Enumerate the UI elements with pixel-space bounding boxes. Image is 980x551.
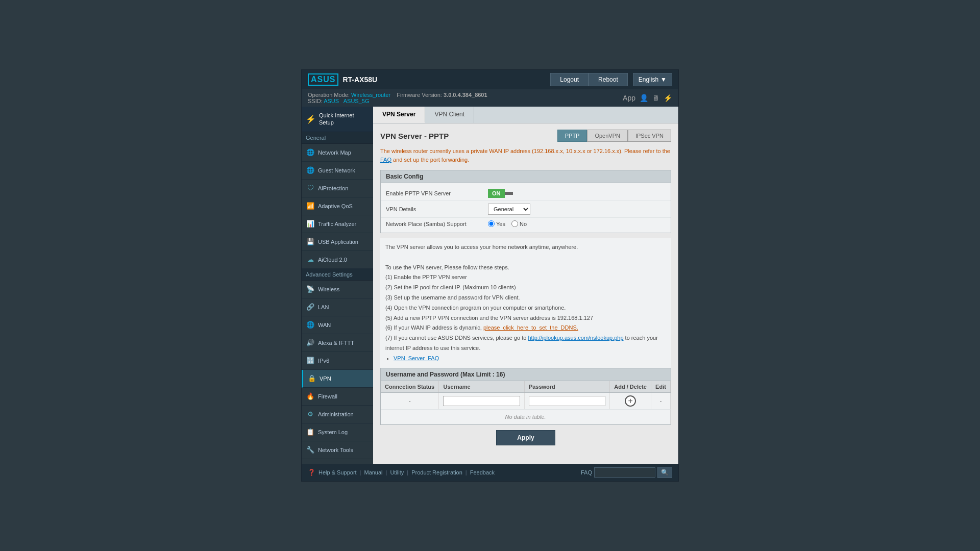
info-icons: App 👤 🖥 ⚡ <box>623 94 672 102</box>
manual-link[interactable]: Manual <box>364 469 382 475</box>
vpn-details-label: VPN Details <box>386 206 488 212</box>
instr-line-2: To use the VPN server, Please follow the… <box>385 263 666 273</box>
sidebar-item-system-log[interactable]: 📋 System Log <box>302 423 373 441</box>
reboot-button[interactable]: Reboot <box>589 73 628 86</box>
faq-link[interactable]: FAQ <box>380 157 391 163</box>
sidebar-item-label-ipv6: IPv6 <box>318 358 329 364</box>
help-icon: ❓ <box>308 469 315 476</box>
feedback-link[interactable]: Feedback <box>470 469 495 475</box>
ipv6-icon: 🔢 <box>306 356 315 365</box>
logo-area: ASUS RT-AX58U <box>308 73 545 86</box>
sidebar-item-label-vpn: VPN <box>320 375 331 382</box>
operation-mode-value[interactable]: Wireless_router <box>351 92 390 98</box>
sidebar-item-alexa[interactable]: 🔊 Alexa & IFTTT <box>302 334 373 352</box>
input-dash: - <box>381 392 439 409</box>
product-registration-link[interactable]: Product Registration <box>411 469 462 475</box>
sidebar-item-lan[interactable]: 🔗 LAN <box>302 298 373 316</box>
footer: ❓ Help & Support | Manual | Utility | Pr… <box>302 464 678 481</box>
sidebar-item-label-network-tools: Network Tools <box>318 447 353 453</box>
ssid-5g-value[interactable]: ASUS_5G <box>344 98 370 104</box>
col-username: Username <box>439 381 524 393</box>
sidebar-item-network-tools[interactable]: 🔧 Network Tools <box>302 441 373 459</box>
add-button[interactable]: + <box>625 395 636 407</box>
monitor-icon[interactable]: 🖥 <box>652 94 659 102</box>
instr-line-8: (6) If your WAN IP address is dynamic, p… <box>385 323 666 333</box>
col-edit: Edit <box>651 381 671 393</box>
app-label: App <box>623 94 635 102</box>
pptp-toggle[interactable]: ON <box>488 189 513 198</box>
ssid-value[interactable]: ASUS <box>324 98 339 104</box>
quick-setup-item[interactable]: ⚡ Quick Internet Setup <box>302 107 373 132</box>
page-title-row: VPN Server - PPTP PPTP OpenVPN IPSec VPN <box>380 130 671 142</box>
sidebar-item-network-map[interactable]: 🌐 Network Map <box>302 144 373 162</box>
col-add-delete: Add / Delete <box>610 381 651 393</box>
table-header-row: Connection Status Username Password Add … <box>381 381 671 393</box>
edit-cell: - <box>651 392 671 409</box>
language-label: English <box>639 76 658 83</box>
language-selector[interactable]: English ▼ <box>633 73 672 86</box>
vpn-details-select[interactable]: General Advanced <box>488 204 530 215</box>
sidebar-item-administration[interactable]: ⚙ Administration <box>302 406 373 423</box>
sidebar-item-aicloud[interactable]: ☁ AiCloud 2.0 <box>302 251 373 269</box>
main-layout: ⚡ Quick Internet Setup General 🌐 Network… <box>302 107 678 464</box>
sidebar-item-label-firewall: Firewall <box>318 393 337 399</box>
table-input-row: - + - <box>381 392 671 409</box>
sidebar-item-aiprotection[interactable]: 🛡 AiProtection <box>302 180 373 197</box>
sidebar-item-label-network-map: Network Map <box>318 149 351 156</box>
users-table-header: Username and Password (Max Limit : 16) <box>381 368 671 381</box>
sidebar-item-wan[interactable]: 🌐 WAN <box>302 316 373 334</box>
vpn-server-faq-link[interactable]: VPN_Server_FAQ <box>394 355 439 361</box>
sidebar-item-adaptive-qos[interactable]: 📶 Adaptive QoS <box>302 197 373 215</box>
sidebar-item-ipv6[interactable]: 🔢 IPv6 <box>302 352 373 370</box>
faq-search-input[interactable] <box>594 467 655 478</box>
ddns-link[interactable]: please_click_here_to_set_the_DDNS. <box>483 324 578 331</box>
sidebar: ⚡ Quick Internet Setup General 🌐 Network… <box>302 107 373 464</box>
firmware-label: Firmware Version: <box>397 92 442 98</box>
tab-vpn-server[interactable]: VPN Server <box>373 107 425 123</box>
separator-1: | <box>360 469 361 475</box>
sidebar-item-firewall[interactable]: 🔥 Firewall <box>302 388 373 406</box>
openvpn-button[interactable]: OpenVPN <box>587 130 628 142</box>
radio-yes-label[interactable]: Yes <box>488 220 505 227</box>
pptp-button[interactable]: PPTP <box>557 130 587 142</box>
users-table: Connection Status Username Password Add … <box>381 381 671 424</box>
sidebar-item-label-adaptive-qos: Adaptive QoS <box>318 203 353 209</box>
person-icon[interactable]: 👤 <box>640 94 648 102</box>
tab-vpn-client[interactable]: VPN Client <box>425 107 474 123</box>
footer-links: ❓ Help & Support | Manual | Utility | Pr… <box>308 469 495 476</box>
instr-line-9: (7) If you cannot use ASUS DDNS services… <box>385 333 666 354</box>
general-section-header: General <box>302 132 373 144</box>
info-bar: Operation Mode: Wireless_router Firmware… <box>302 89 678 107</box>
username-input[interactable] <box>443 396 520 406</box>
sidebar-item-vpn[interactable]: 🔒 VPN <box>302 370 373 388</box>
enable-pptp-label: Enable PPTP VPN Server <box>386 190 488 196</box>
quick-setup-icon: ⚡ <box>306 114 316 124</box>
faq-label: FAQ <box>581 469 592 475</box>
iplookup-link[interactable]: http://iplookup.asus.com/nslookup.php <box>528 335 623 341</box>
vpn-icon: 🔒 <box>307 374 316 383</box>
toggle-on-btn[interactable]: ON <box>488 189 505 198</box>
utility-link[interactable]: Utility <box>390 469 404 475</box>
sidebar-item-traffic-analyzer[interactable]: 📊 Traffic Analyzer <box>302 215 373 233</box>
toggle-off-btn[interactable] <box>505 192 513 195</box>
sidebar-item-wireless[interactable]: 📡 Wireless <box>302 281 373 298</box>
ipsec-button[interactable]: IPSec VPN <box>628 130 671 142</box>
network-place-row: Network Place (Samba) Support Yes <box>381 218 671 230</box>
radio-yes[interactable] <box>488 220 495 227</box>
logout-button[interactable]: Logout <box>550 73 589 86</box>
tabs-bar: VPN Server VPN Client <box>373 107 678 123</box>
sidebar-item-label-traffic-analyzer: Traffic Analyzer <box>318 221 356 227</box>
usb-icon[interactable]: ⚡ <box>664 94 672 102</box>
radio-no[interactable] <box>511 220 518 227</box>
separator-3: | <box>407 469 408 475</box>
no-data-row: No data in table. <box>381 409 671 424</box>
advanced-section-header: Advanced Settings <box>302 269 373 281</box>
sidebar-item-usb-application[interactable]: 💾 USB Application <box>302 233 373 251</box>
password-input[interactable] <box>529 396 605 406</box>
apply-button[interactable]: Apply <box>496 430 555 445</box>
faq-search-button[interactable]: 🔍 <box>657 467 672 478</box>
radio-no-label[interactable]: No <box>511 220 527 227</box>
lan-icon: 🔗 <box>306 303 315 312</box>
sidebar-item-guest-network[interactable]: 🌐 Guest Network <box>302 162 373 180</box>
help-support-link[interactable]: Help & Support <box>318 469 357 475</box>
